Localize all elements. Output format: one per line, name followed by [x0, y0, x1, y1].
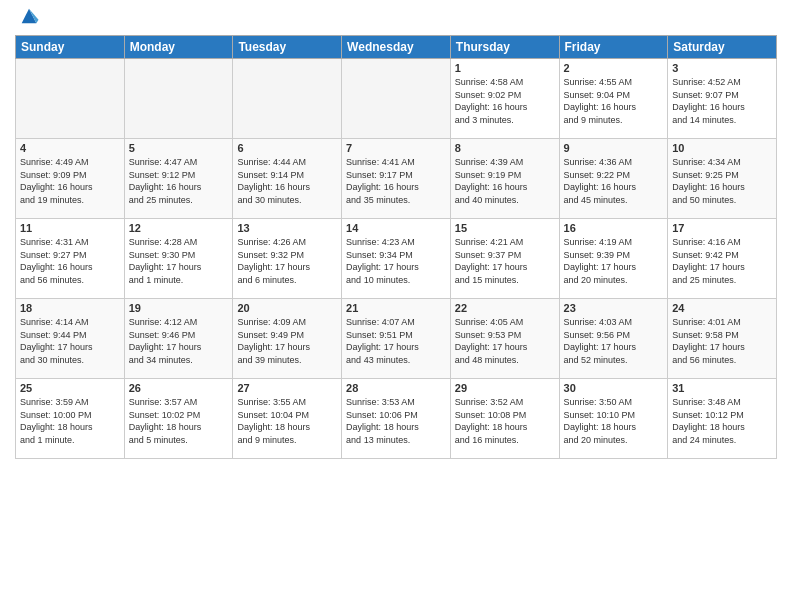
day-number: 3 [672, 62, 772, 74]
calendar-cell: 1Sunrise: 4:58 AM Sunset: 9:02 PM Daylig… [450, 59, 559, 139]
day-number: 13 [237, 222, 337, 234]
day-info: Sunrise: 4:23 AM Sunset: 9:34 PM Dayligh… [346, 236, 446, 286]
calendar-cell: 4Sunrise: 4:49 AM Sunset: 9:09 PM Daylig… [16, 139, 125, 219]
day-info: Sunrise: 4:49 AM Sunset: 9:09 PM Dayligh… [20, 156, 120, 206]
header-row: SundayMondayTuesdayWednesdayThursdayFrid… [16, 36, 777, 59]
day-number: 20 [237, 302, 337, 314]
day-number: 12 [129, 222, 229, 234]
calendar-cell [124, 59, 233, 139]
calendar-cell: 17Sunrise: 4:16 AM Sunset: 9:42 PM Dayli… [668, 219, 777, 299]
day-info: Sunrise: 4:31 AM Sunset: 9:27 PM Dayligh… [20, 236, 120, 286]
day-number: 18 [20, 302, 120, 314]
day-number: 6 [237, 142, 337, 154]
calendar-table: SundayMondayTuesdayWednesdayThursdayFrid… [15, 35, 777, 459]
day-info: Sunrise: 3:52 AM Sunset: 10:08 PM Daylig… [455, 396, 555, 446]
day-number: 25 [20, 382, 120, 394]
calendar-cell: 26Sunrise: 3:57 AM Sunset: 10:02 PM Dayl… [124, 379, 233, 459]
column-header-thursday: Thursday [450, 36, 559, 59]
calendar-row: 1Sunrise: 4:58 AM Sunset: 9:02 PM Daylig… [16, 59, 777, 139]
calendar-cell: 21Sunrise: 4:07 AM Sunset: 9:51 PM Dayli… [342, 299, 451, 379]
calendar-cell [16, 59, 125, 139]
calendar-cell: 2Sunrise: 4:55 AM Sunset: 9:04 PM Daylig… [559, 59, 668, 139]
calendar-cell: 9Sunrise: 4:36 AM Sunset: 9:22 PM Daylig… [559, 139, 668, 219]
day-info: Sunrise: 4:44 AM Sunset: 9:14 PM Dayligh… [237, 156, 337, 206]
calendar-cell: 19Sunrise: 4:12 AM Sunset: 9:46 PM Dayli… [124, 299, 233, 379]
day-number: 27 [237, 382, 337, 394]
day-number: 30 [564, 382, 664, 394]
calendar-cell: 14Sunrise: 4:23 AM Sunset: 9:34 PM Dayli… [342, 219, 451, 299]
day-number: 22 [455, 302, 555, 314]
day-info: Sunrise: 4:39 AM Sunset: 9:19 PM Dayligh… [455, 156, 555, 206]
calendar-cell: 25Sunrise: 3:59 AM Sunset: 10:00 PM Dayl… [16, 379, 125, 459]
day-number: 2 [564, 62, 664, 74]
calendar-cell: 10Sunrise: 4:34 AM Sunset: 9:25 PM Dayli… [668, 139, 777, 219]
calendar-cell: 23Sunrise: 4:03 AM Sunset: 9:56 PM Dayli… [559, 299, 668, 379]
logo [15, 10, 40, 27]
day-info: Sunrise: 4:28 AM Sunset: 9:30 PM Dayligh… [129, 236, 229, 286]
day-info: Sunrise: 4:58 AM Sunset: 9:02 PM Dayligh… [455, 76, 555, 126]
calendar-cell: 16Sunrise: 4:19 AM Sunset: 9:39 PM Dayli… [559, 219, 668, 299]
day-info: Sunrise: 4:47 AM Sunset: 9:12 PM Dayligh… [129, 156, 229, 206]
day-number: 19 [129, 302, 229, 314]
day-number: 4 [20, 142, 120, 154]
day-info: Sunrise: 4:03 AM Sunset: 9:56 PM Dayligh… [564, 316, 664, 366]
header [15, 10, 777, 27]
calendar-cell: 7Sunrise: 4:41 AM Sunset: 9:17 PM Daylig… [342, 139, 451, 219]
day-info: Sunrise: 3:55 AM Sunset: 10:04 PM Daylig… [237, 396, 337, 446]
page: SundayMondayTuesdayWednesdayThursdayFrid… [0, 0, 792, 612]
calendar-cell: 20Sunrise: 4:09 AM Sunset: 9:49 PM Dayli… [233, 299, 342, 379]
day-number: 11 [20, 222, 120, 234]
column-header-friday: Friday [559, 36, 668, 59]
calendar-cell: 28Sunrise: 3:53 AM Sunset: 10:06 PM Dayl… [342, 379, 451, 459]
day-number: 23 [564, 302, 664, 314]
calendar-row: 18Sunrise: 4:14 AM Sunset: 9:44 PM Dayli… [16, 299, 777, 379]
column-header-tuesday: Tuesday [233, 36, 342, 59]
calendar-cell: 8Sunrise: 4:39 AM Sunset: 9:19 PM Daylig… [450, 139, 559, 219]
day-number: 14 [346, 222, 446, 234]
day-info: Sunrise: 4:16 AM Sunset: 9:42 PM Dayligh… [672, 236, 772, 286]
day-info: Sunrise: 4:55 AM Sunset: 9:04 PM Dayligh… [564, 76, 664, 126]
day-number: 29 [455, 382, 555, 394]
day-info: Sunrise: 4:34 AM Sunset: 9:25 PM Dayligh… [672, 156, 772, 206]
day-info: Sunrise: 4:12 AM Sunset: 9:46 PM Dayligh… [129, 316, 229, 366]
day-number: 10 [672, 142, 772, 154]
day-info: Sunrise: 4:01 AM Sunset: 9:58 PM Dayligh… [672, 316, 772, 366]
day-info: Sunrise: 3:57 AM Sunset: 10:02 PM Daylig… [129, 396, 229, 446]
day-number: 1 [455, 62, 555, 74]
column-header-monday: Monday [124, 36, 233, 59]
calendar-cell: 3Sunrise: 4:52 AM Sunset: 9:07 PM Daylig… [668, 59, 777, 139]
calendar-body: 1Sunrise: 4:58 AM Sunset: 9:02 PM Daylig… [16, 59, 777, 459]
day-number: 21 [346, 302, 446, 314]
day-info: Sunrise: 3:59 AM Sunset: 10:00 PM Daylig… [20, 396, 120, 446]
column-header-saturday: Saturday [668, 36, 777, 59]
day-info: Sunrise: 4:14 AM Sunset: 9:44 PM Dayligh… [20, 316, 120, 366]
calendar-cell [342, 59, 451, 139]
day-info: Sunrise: 4:41 AM Sunset: 9:17 PM Dayligh… [346, 156, 446, 206]
day-info: Sunrise: 4:05 AM Sunset: 9:53 PM Dayligh… [455, 316, 555, 366]
calendar-cell: 30Sunrise: 3:50 AM Sunset: 10:10 PM Dayl… [559, 379, 668, 459]
day-info: Sunrise: 4:26 AM Sunset: 9:32 PM Dayligh… [237, 236, 337, 286]
day-info: Sunrise: 4:19 AM Sunset: 9:39 PM Dayligh… [564, 236, 664, 286]
calendar-cell: 22Sunrise: 4:05 AM Sunset: 9:53 PM Dayli… [450, 299, 559, 379]
calendar-cell: 15Sunrise: 4:21 AM Sunset: 9:37 PM Dayli… [450, 219, 559, 299]
day-info: Sunrise: 3:50 AM Sunset: 10:10 PM Daylig… [564, 396, 664, 446]
day-number: 9 [564, 142, 664, 154]
calendar-cell: 27Sunrise: 3:55 AM Sunset: 10:04 PM Dayl… [233, 379, 342, 459]
day-info: Sunrise: 3:48 AM Sunset: 10:12 PM Daylig… [672, 396, 772, 446]
day-info: Sunrise: 4:36 AM Sunset: 9:22 PM Dayligh… [564, 156, 664, 206]
column-header-wednesday: Wednesday [342, 36, 451, 59]
calendar-row: 4Sunrise: 4:49 AM Sunset: 9:09 PM Daylig… [16, 139, 777, 219]
day-info: Sunrise: 4:52 AM Sunset: 9:07 PM Dayligh… [672, 76, 772, 126]
day-number: 15 [455, 222, 555, 234]
calendar-cell: 18Sunrise: 4:14 AM Sunset: 9:44 PM Dayli… [16, 299, 125, 379]
day-info: Sunrise: 4:09 AM Sunset: 9:49 PM Dayligh… [237, 316, 337, 366]
calendar-cell: 24Sunrise: 4:01 AM Sunset: 9:58 PM Dayli… [668, 299, 777, 379]
calendar-row: 11Sunrise: 4:31 AM Sunset: 9:27 PM Dayli… [16, 219, 777, 299]
day-info: Sunrise: 4:21 AM Sunset: 9:37 PM Dayligh… [455, 236, 555, 286]
calendar-cell: 12Sunrise: 4:28 AM Sunset: 9:30 PM Dayli… [124, 219, 233, 299]
day-number: 26 [129, 382, 229, 394]
calendar-cell [233, 59, 342, 139]
day-number: 8 [455, 142, 555, 154]
day-number: 28 [346, 382, 446, 394]
day-number: 17 [672, 222, 772, 234]
